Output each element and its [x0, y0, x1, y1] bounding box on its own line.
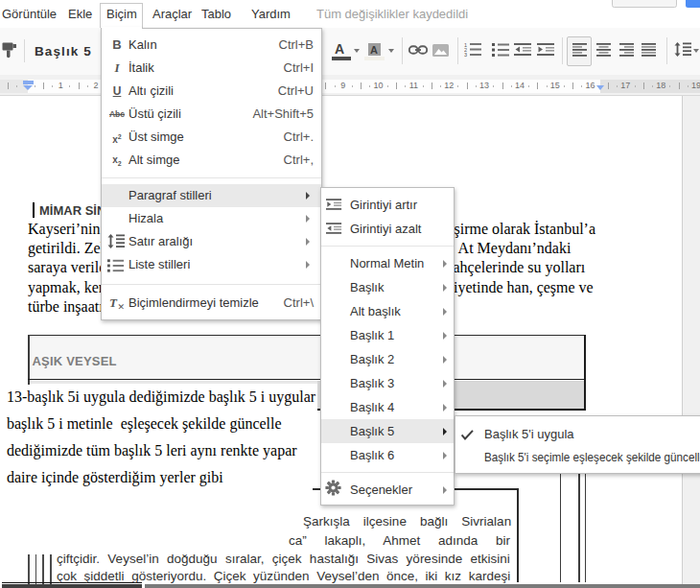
svg-text:3: 3 [464, 52, 467, 57]
